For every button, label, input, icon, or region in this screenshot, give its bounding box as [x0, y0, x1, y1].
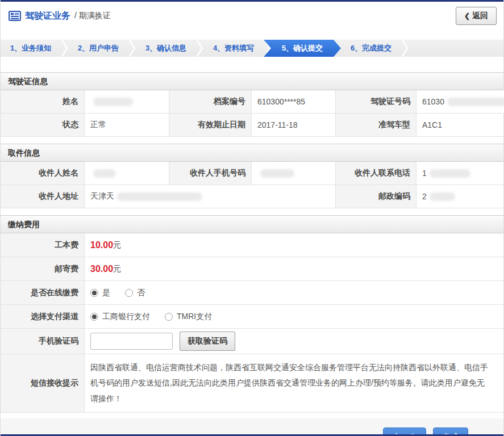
- breadcrumb: 驾驶证业务 / 期满换证: [9, 10, 111, 22]
- fee-unit: 元: [113, 240, 121, 250]
- vehicle-class-label: 准驾车型: [336, 114, 416, 137]
- vehicle-class-value: A1C1: [416, 114, 503, 137]
- recipient-name-label: 收件人姓名: [1, 162, 85, 185]
- back-button-label: 返回: [472, 11, 488, 21]
- sms-code-field-row: 获取验证码: [85, 329, 503, 354]
- radio-tmri-pay-label: TMRI支付: [177, 312, 212, 322]
- license-section-title: 驾驶证信息: [1, 72, 503, 90]
- payment-channel-label: 选择支付渠道: [1, 305, 85, 329]
- production-fee-value: 10.00元: [85, 233, 503, 257]
- footer-actions: 上一步 完成: [1, 418, 503, 436]
- radio-icbc-pay[interactable]: [90, 313, 98, 321]
- mailing-fee-value: 30.00元: [85, 257, 503, 281]
- chevron-separator-icon: [61, 40, 68, 57]
- radio-online-no-label: 否: [137, 288, 145, 298]
- redacted-value: [430, 192, 455, 201]
- license-info-section: 驾驶证信息 姓名 档案编号 610300****85 驾驶证号码 61030 状…: [1, 72, 503, 137]
- recipient-address-label: 收件人地址: [1, 185, 85, 208]
- recipient-address-value: 天津天: [85, 185, 336, 208]
- recipient-phone-value: 1: [416, 162, 503, 185]
- sms-notice-label: 短信接收提示: [1, 354, 85, 413]
- pickup-section-title: 取件信息: [1, 144, 503, 162]
- fees-section-title: 缴纳费用: [1, 215, 503, 233]
- table-row: 邮寄费 30.00元: [1, 257, 503, 281]
- radio-tmri-pay[interactable]: [165, 313, 173, 321]
- table-row: 选择支付渠道 工商银行支付 TMRI支付: [1, 305, 503, 329]
- expiry-date-label: 有效期止日期: [169, 114, 252, 137]
- radio-dot: [92, 291, 97, 295]
- tab-step-3[interactable]: 3、确认信息: [136, 40, 196, 57]
- radio-icbc-pay-label: 工商银行支付: [102, 312, 150, 322]
- table-row: 手机验证码 获取验证码: [1, 329, 503, 354]
- redacted-value: [430, 169, 470, 178]
- pay-online-label: 是否在线缴费: [1, 281, 85, 305]
- page: 驾驶证业务 / 期满换证 ❮ 返回 1、业务须知 2、用户申告 3、确认信息 4…: [0, 0, 504, 436]
- radio-online-no[interactable]: [125, 289, 133, 297]
- postal-code-value: 2: [416, 185, 503, 208]
- table-row: 收件人姓名 收件人手机号码 收件人联系电话 1: [1, 162, 503, 185]
- radio-online-yes[interactable]: [90, 289, 98, 297]
- page-header: 驾驶证业务 / 期满换证 ❮ 返回: [1, 2, 503, 30]
- recipient-mobile-label: 收件人手机号码: [169, 162, 252, 185]
- table-row: 收件人地址 天津天 邮政编码 2: [1, 185, 503, 208]
- get-code-button[interactable]: 获取验证码: [180, 332, 235, 351]
- recipient-name-value: [85, 162, 169, 185]
- table-row: 工本费 10.00元: [1, 233, 503, 257]
- chevron-left-icon: ❮: [464, 12, 470, 20]
- tab-step-5-active[interactable]: 5、确认提交: [264, 40, 341, 57]
- page-title: 驾驶证业务: [25, 10, 70, 22]
- fee-unit: 元: [113, 264, 121, 274]
- fee-amount: 10.00: [90, 240, 113, 250]
- fees-section: 缴纳费用 工本费 10.00元 邮寄费 30.00元 是否在线缴费 是 否 选择…: [1, 215, 503, 413]
- production-fee-label: 工本费: [1, 233, 85, 257]
- sms-notice-text: 因陕西省联通、电信运营商技术问题，陕西省互联网交通安全综合服务管理平台无法向持陕…: [85, 354, 503, 413]
- sms-code-input[interactable]: [90, 333, 173, 350]
- fee-amount: 30.00: [90, 264, 113, 274]
- redacted-value: [117, 192, 202, 201]
- name-label: 姓名: [1, 90, 85, 114]
- form-list-icon: [9, 11, 21, 21]
- recipient-phone-label: 收件人联系电话: [336, 162, 416, 185]
- file-number-label: 档案编号: [169, 90, 252, 114]
- table-row: 是否在线缴费 是 否: [1, 281, 503, 305]
- file-number-value: 610300****85: [252, 90, 336, 114]
- redacted-value: [93, 98, 133, 106]
- table-row: 姓名 档案编号 610300****85 驾驶证号码 61030: [1, 90, 503, 114]
- chevron-separator-icon: [196, 40, 203, 57]
- sms-code-label: 手机验证码: [1, 329, 85, 354]
- tab-step-1[interactable]: 1、业务须知: [1, 40, 61, 57]
- page-subtitle: / 期满换证: [74, 11, 111, 21]
- radio-dot: [92, 315, 97, 319]
- tab-step-2[interactable]: 2、用户申告: [68, 40, 128, 57]
- redacted-value: [447, 98, 504, 106]
- table-row: 状态 正常 有效期止日期 2017-11-18 准驾车型 A1C1: [1, 114, 503, 137]
- redacted-value: [260, 169, 294, 178]
- license-number-value: 61030: [416, 90, 504, 114]
- radio-online-yes-label: 是: [102, 288, 110, 298]
- name-value: [85, 90, 169, 114]
- tabs-filler: [409, 40, 503, 57]
- chevron-separator-icon: [128, 40, 136, 57]
- chevron-separator-icon: [401, 40, 409, 57]
- recipient-mobile-value: [252, 162, 336, 185]
- license-number-label: 驾驶证号码: [336, 90, 416, 114]
- pickup-info-section: 取件信息 收件人姓名 收件人手机号码 收件人联系电话 1 收件人地址 天津天 邮…: [1, 144, 503, 208]
- redacted-value: [93, 169, 116, 178]
- payment-channel-options: 工商银行支付 TMRI支付: [85, 305, 503, 329]
- expiry-date-value: 2017-11-18: [252, 114, 336, 137]
- back-button[interactable]: ❮ 返回: [456, 7, 497, 25]
- postal-code-label: 邮政编码: [336, 185, 416, 208]
- status-label: 状态: [1, 114, 85, 137]
- tab-step-6[interactable]: 6、完成提交: [341, 40, 401, 57]
- status-value: 正常: [85, 114, 169, 137]
- tab-step-4[interactable]: 4、资料填写: [203, 40, 264, 57]
- step-tabs: 1、业务须知 2、用户申告 3、确认信息 4、资料填写 5、确认提交 6、完成提…: [1, 40, 503, 57]
- pay-online-options: 是 否: [85, 281, 503, 305]
- table-row: 短信接收提示 因陕西省联通、电信运营商技术问题，陕西省互联网交通安全综合服务管理…: [1, 354, 503, 413]
- mailing-fee-label: 邮寄费: [1, 257, 85, 281]
